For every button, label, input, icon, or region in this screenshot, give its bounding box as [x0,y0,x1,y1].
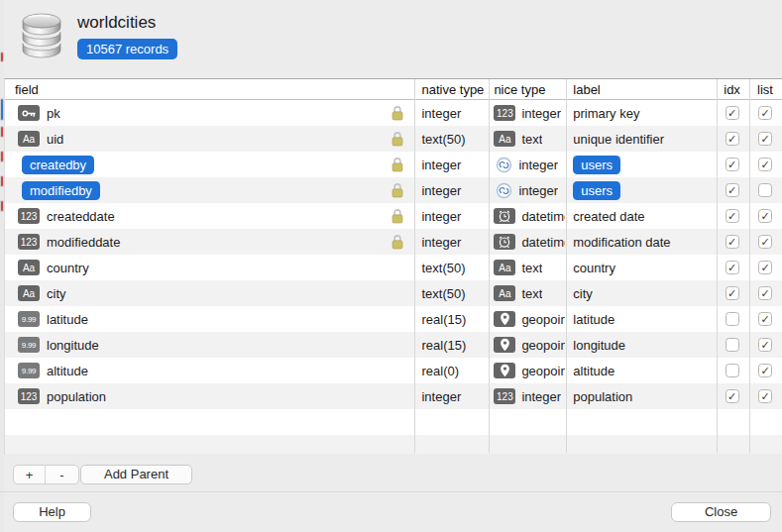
idx-checkbox[interactable]: ✓ [726,209,739,223]
column-header-field[interactable]: field [5,79,413,99]
close-button[interactable]: Close [671,502,771,522]
column-divider[interactable] [414,79,415,453]
list-checkbox[interactable]: ✓ [758,158,772,171]
field-cell: 9.99altitude [5,358,413,383]
list-checkbox[interactable]: ✓ [758,132,772,146]
table-row[interactable]: 9.99latitudereal(15)geopointlatitude✓ [5,306,782,332]
list-checkbox[interactable] [758,183,772,197]
column-header-list[interactable]: list [748,79,782,99]
relation-icon [496,157,512,173]
native-type-text: integer [421,183,461,198]
column-divider[interactable] [489,79,490,453]
table-row[interactable]: Aauidtext(50)Aatextunique identifier✓✓ [5,126,782,152]
label-text: created date [573,209,644,224]
field-name: city [47,286,66,301]
nice-type-cell: integer [488,177,565,203]
table-row[interactable]: 123populationinteger123integerpopulation… [5,383,782,409]
idx-cell [716,332,748,358]
table-row[interactable]: Aacitytext(50)Aatextcity✓✓ [5,280,782,306]
lock-icon [391,157,403,172]
add-parent-button[interactable]: Add Parent [80,465,192,484]
column-header-label[interactable]: label [565,79,716,99]
table-row[interactable]: pkinteger123integerprimary key✓✓ [5,100,782,126]
table-row[interactable]: Aacountrytext(50)Aatextcountry✓✓ [5,255,782,280]
idx-cell: ✓ [716,152,748,177]
list-checkbox[interactable]: ✓ [758,338,772,352]
list-checkbox[interactable]: ✓ [758,364,772,377]
relation-icon [496,182,512,199]
list-checkbox[interactable]: ✓ [758,235,772,249]
empty-row [5,435,782,454]
idx-checkbox[interactable]: ✓ [726,183,739,197]
column-divider[interactable] [717,79,718,453]
label-cell: population [565,383,716,409]
fields-table: field native type nice type label idx li… [4,78,782,454]
idx-cell [716,306,748,332]
native-type-text: integer [421,209,461,224]
field-name: pk [47,106,60,121]
list-cell: ✓ [748,152,782,177]
column-divider[interactable] [566,79,567,453]
column-divider[interactable] [749,79,750,453]
idx-checkbox[interactable]: ✓ [726,132,739,146]
idx-checkbox[interactable]: ✓ [726,235,739,249]
label-cell: primary key [565,100,716,126]
column-header-native-type[interactable]: native type [413,79,488,99]
table-header-row: field native type nice type label idx li… [5,79,782,100]
field-type-badge: Aa [18,260,40,275]
list-checkbox[interactable]: ✓ [758,261,772,274]
records-count-badge: 10567 records [77,39,177,59]
native-type-cell: real(0) [413,358,488,383]
geopoint-icon [494,337,515,353]
nice-type-text: integer [521,106,561,121]
native-type-text: text(50) [421,286,465,301]
table-row[interactable]: 123createddateintegerdatetimecreated dat… [5,203,782,229]
table-row[interactable]: 123modifieddateintegerdatetimemodificati… [5,229,782,255]
idx-checkbox[interactable]: ✓ [726,389,739,403]
list-checkbox[interactable]: ✓ [758,286,772,300]
idx-checkbox[interactable] [726,338,739,352]
nice-type-cell: geopoint [488,306,565,332]
idx-checkbox[interactable] [726,364,739,377]
footer-divider [0,491,782,492]
table-row[interactable]: modifiedbyintegerintegerusers✓ [5,177,782,203]
add-field-button[interactable]: + [14,466,45,483]
idx-cell [716,358,748,383]
table-row[interactable]: createdbyintegerintegerusers✓✓ [5,152,782,177]
field-name-pill[interactable]: createdby [22,156,94,174]
idx-checkbox[interactable]: ✓ [726,286,739,300]
label-pill[interactable]: users [573,156,620,174]
list-cell [748,177,782,203]
idx-checkbox[interactable]: ✓ [726,158,739,171]
lock-icon [391,182,403,198]
label-text: country [573,261,615,275]
list-checkbox[interactable]: ✓ [758,312,772,326]
column-header-idx[interactable]: idx [716,79,748,99]
native-type-text: integer [421,389,461,404]
native-type-text: real(15) [421,338,466,353]
list-cell: ✓ [748,229,782,255]
native-type-cell: text(50) [413,280,488,306]
idx-cell: ✓ [716,203,748,229]
idx-checkbox[interactable]: ✓ [726,106,739,120]
remove-field-button[interactable]: - [46,466,78,483]
list-checkbox[interactable]: ✓ [758,209,772,223]
list-cell: ✓ [748,100,782,126]
idx-checkbox[interactable]: ✓ [726,261,739,274]
list-cell: ✓ [748,383,782,409]
label-pill[interactable]: users [573,181,620,200]
native-type-cell: integer [413,100,488,126]
table-row[interactable]: 9.99longitudereal(15)geopointlongitude✓ [5,332,782,358]
table-row[interactable]: 9.99altitudereal(0)geopointaltitude✓ [5,358,782,383]
column-header-nice-type[interactable]: nice type [488,79,565,99]
field-name-pill[interactable]: modifiedby [22,181,100,200]
lock-icon [391,234,403,250]
list-cell: ✓ [748,280,782,306]
list-checkbox[interactable]: ✓ [758,106,772,120]
idx-checkbox[interactable] [726,312,739,326]
field-name: uid [47,132,63,147]
help-button[interactable]: Help [13,502,91,522]
list-checkbox[interactable]: ✓ [758,389,772,403]
label-text: unique identifier [573,132,664,147]
list-cell: ✓ [748,358,782,383]
